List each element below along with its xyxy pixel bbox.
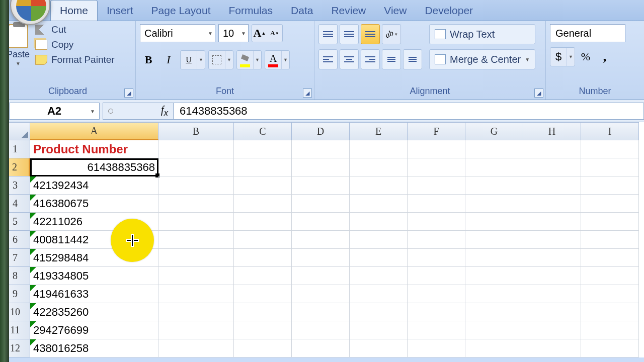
italic-button[interactable]: I <box>160 50 177 69</box>
cell-H11[interactable] <box>523 321 581 339</box>
cell-B2[interactable] <box>158 158 234 176</box>
tab-home[interactable]: Home <box>50 0 98 21</box>
cell-D11[interactable] <box>292 321 350 339</box>
cell-F8[interactable] <box>408 267 465 285</box>
cell-H5[interactable] <box>523 213 581 231</box>
cell-A4[interactable]: 416380675 <box>30 195 158 213</box>
cell-D4[interactable] <box>292 195 350 213</box>
align-top-button[interactable] <box>318 24 338 44</box>
cell-F4[interactable] <box>408 195 465 213</box>
number-format-select[interactable]: General <box>550 24 625 42</box>
tab-data[interactable]: Data <box>282 1 322 21</box>
cell-G2[interactable] <box>465 158 523 176</box>
currency-button[interactable]: $▼ <box>550 47 575 66</box>
cell-I2[interactable] <box>581 158 639 176</box>
cell-B7[interactable] <box>158 249 234 267</box>
tab-review[interactable]: Review <box>322 1 375 21</box>
cell-H1[interactable] <box>523 140 581 158</box>
shrink-font-button[interactable]: A▼ <box>267 25 282 42</box>
cell-E1[interactable] <box>350 140 408 158</box>
cell-I10[interactable] <box>581 303 639 321</box>
comma-button[interactable]: , <box>596 47 613 66</box>
column-header-I[interactable]: I <box>581 122 639 140</box>
cell-E12[interactable] <box>350 339 408 357</box>
cell-A10[interactable]: 422835260 <box>30 303 158 321</box>
cell-C11[interactable] <box>234 321 292 339</box>
cell-C10[interactable] <box>234 303 292 321</box>
cell-D7[interactable] <box>292 249 350 267</box>
cell-E6[interactable] <box>350 231 408 249</box>
cut-button[interactable]: Cut <box>35 24 115 35</box>
font-size-select[interactable]: 10▼ <box>218 24 249 42</box>
cell-C2[interactable] <box>234 158 292 176</box>
cell-C1[interactable] <box>234 140 292 158</box>
cell-D12[interactable] <box>292 339 350 357</box>
cell-G8[interactable] <box>465 267 523 285</box>
cell-F10[interactable] <box>408 303 465 321</box>
format-painter-button[interactable]: Format Painter <box>35 54 115 65</box>
borders-button[interactable]: ▼ <box>208 50 233 69</box>
cell-C5[interactable] <box>234 213 292 231</box>
cell-C12[interactable] <box>234 339 292 357</box>
cell-B3[interactable] <box>158 176 234 195</box>
cell-G7[interactable] <box>465 249 523 267</box>
cell-A9[interactable]: 419461633 <box>30 285 158 303</box>
column-header-A[interactable]: A <box>30 122 158 140</box>
cell-H9[interactable] <box>523 285 581 303</box>
cell-C3[interactable] <box>234 176 292 195</box>
cell-G4[interactable] <box>465 195 523 213</box>
cell-G1[interactable] <box>465 140 523 158</box>
cell-H8[interactable] <box>523 267 581 285</box>
align-middle-button[interactable] <box>340 24 359 44</box>
cell-F9[interactable] <box>408 285 465 303</box>
fx-button-area[interactable]: fx <box>103 103 173 120</box>
cell-B1[interactable] <box>158 140 234 158</box>
cell-I5[interactable] <box>581 213 639 231</box>
cell-F1[interactable] <box>408 140 465 158</box>
cell-C9[interactable] <box>234 285 292 303</box>
alignment-launcher[interactable]: ◢ <box>534 88 543 98</box>
bold-button[interactable]: B <box>140 50 157 69</box>
percent-button[interactable]: % <box>577 47 594 66</box>
cell-B12[interactable] <box>158 339 234 357</box>
cell-D9[interactable] <box>292 285 350 303</box>
cell-B8[interactable] <box>158 267 234 285</box>
cell-B10[interactable] <box>158 303 234 321</box>
cell-F7[interactable] <box>408 249 465 267</box>
cell-I8[interactable] <box>581 267 639 285</box>
font-name-select[interactable]: Calibri▼ <box>140 24 215 42</box>
cell-E8[interactable] <box>350 267 408 285</box>
cell-E10[interactable] <box>350 303 408 321</box>
cell-I7[interactable] <box>581 249 639 267</box>
column-header-C[interactable]: C <box>234 122 292 140</box>
fill-color-button[interactable]: ▼ <box>236 50 262 69</box>
tab-page-layout[interactable]: Page Layout <box>142 1 220 21</box>
align-bottom-button[interactable] <box>361 24 380 44</box>
cell-G12[interactable] <box>465 339 523 357</box>
cell-H4[interactable] <box>523 195 581 213</box>
column-header-F[interactable]: F <box>408 122 465 140</box>
cell-A8[interactable]: 419334805 <box>30 267 158 285</box>
cell-I11[interactable] <box>581 321 639 339</box>
cell-H12[interactable] <box>523 339 581 357</box>
cell-H7[interactable] <box>523 249 581 267</box>
cell-F2[interactable] <box>408 158 465 176</box>
merge-center-button[interactable]: Merge & Center▼ <box>429 49 535 69</box>
cell-D10[interactable] <box>292 303 350 321</box>
cell-G9[interactable] <box>465 285 523 303</box>
align-right-button[interactable] <box>361 49 380 69</box>
tab-developer[interactable]: Developer <box>416 1 482 21</box>
cell-A3[interactable]: 421392434 <box>30 176 158 195</box>
name-box[interactable]: A2▼ <box>9 103 100 120</box>
spreadsheet-grid[interactable]: ABCDEFGHI 1Product Number261438835368342… <box>0 122 644 357</box>
cell-G11[interactable] <box>465 321 523 339</box>
font-launcher[interactable]: ◢ <box>303 88 312 98</box>
cell-G3[interactable] <box>465 176 523 195</box>
cell-I1[interactable] <box>581 140 639 158</box>
cell-A11[interactable]: 294276699 <box>30 321 158 339</box>
cell-D6[interactable] <box>292 231 350 249</box>
cell-I4[interactable] <box>581 195 639 213</box>
tab-formulas[interactable]: Formulas <box>220 1 282 21</box>
cell-H10[interactable] <box>523 303 581 321</box>
cell-A2[interactable]: 61438835368 <box>30 158 158 176</box>
